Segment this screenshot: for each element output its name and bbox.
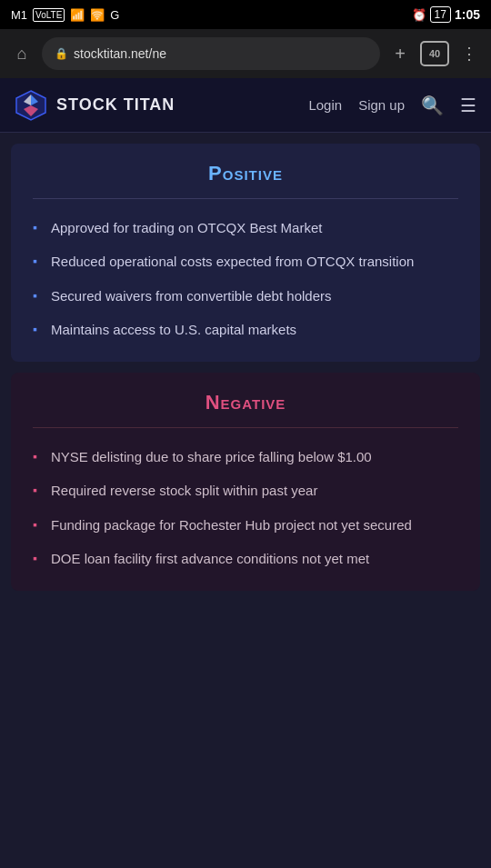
positive-item-2: Reduced operational costs expected from …	[33, 251, 458, 272]
battery-indicator: 17	[430, 6, 451, 23]
browser-add-tab-button[interactable]: +	[387, 41, 413, 66]
signup-link[interactable]: Sign up	[358, 97, 405, 113]
negative-item-4: DOE loan facility first advance conditio…	[33, 548, 458, 569]
main-content: Positive Approved for trading on OTCQX B…	[0, 144, 491, 591]
negative-section: Negative NYSE delisting due to share pri…	[11, 373, 480, 591]
logo-text: STOCK TITAN	[56, 95, 175, 115]
signal-icon: 📶	[70, 8, 85, 22]
app-header: STOCK TITAN Login Sign up 🔍 ☰	[0, 78, 491, 133]
browser-home-button[interactable]: ⌂	[9, 41, 35, 66]
carrier-label: M1	[11, 8, 27, 22]
time-label: 1:05	[455, 7, 480, 22]
positive-list: Approved for trading on OTCQX Best Marke…	[33, 217, 458, 340]
lock-icon: 🔒	[55, 47, 68, 60]
menu-icon: ⋮	[461, 44, 477, 64]
negative-divider	[33, 427, 458, 428]
negative-item-2: Required reverse stock split within past…	[33, 480, 458, 501]
status-left: M1 VoLTE 📶 🛜 G	[11, 8, 119, 22]
browser-address-bar[interactable]: 🔒 stocktitan.net/ne	[42, 37, 380, 70]
volte-label: VoLTE	[33, 8, 65, 22]
data-label: G	[110, 8, 119, 22]
menu-hamburger-button[interactable]: ☰	[460, 95, 476, 116]
tabs-count: 40	[429, 48, 440, 59]
browser-menu-button[interactable]: ⋮	[456, 41, 482, 66]
positive-item-1: Approved for trading on OTCQX Best Marke…	[33, 217, 458, 238]
positive-item-4: Maintains access to U.S. capital markets	[33, 319, 458, 340]
wifi-icon: 🛜	[90, 8, 105, 22]
address-url: stocktitan.net/ne	[74, 46, 166, 61]
positive-title: Positive	[33, 162, 458, 185]
positive-item-3: Secured waivers from convertible debt ho…	[33, 285, 458, 306]
logo-icon	[15, 89, 47, 122]
status-bar: M1 VoLTE 📶 🛜 G ⏰ 17 1:05	[0, 0, 491, 29]
status-right: ⏰ 17 1:05	[412, 6, 480, 23]
positive-divider	[33, 198, 458, 199]
negative-title: Negative	[33, 391, 458, 414]
browser-tabs-button[interactable]: 40	[420, 41, 449, 66]
home-icon: ⌂	[17, 45, 27, 64]
alarm-icon: ⏰	[412, 8, 426, 22]
header-nav: Login Sign up 🔍 ☰	[308, 95, 476, 116]
add-icon: +	[395, 44, 406, 65]
negative-list: NYSE delisting due to share price fallin…	[33, 446, 458, 569]
negative-item-3: Funding package for Rochester Hub projec…	[33, 514, 458, 535]
logo-container: STOCK TITAN	[15, 89, 308, 122]
negative-item-1: NYSE delisting due to share price fallin…	[33, 446, 458, 467]
browser-chrome: ⌂ 🔒 stocktitan.net/ne + 40 ⋮	[0, 29, 491, 78]
hamburger-icon: ☰	[460, 95, 476, 115]
positive-section: Positive Approved for trading on OTCQX B…	[11, 144, 480, 362]
login-link[interactable]: Login	[308, 97, 342, 113]
search-icon: 🔍	[421, 95, 444, 115]
search-button[interactable]: 🔍	[421, 95, 444, 116]
